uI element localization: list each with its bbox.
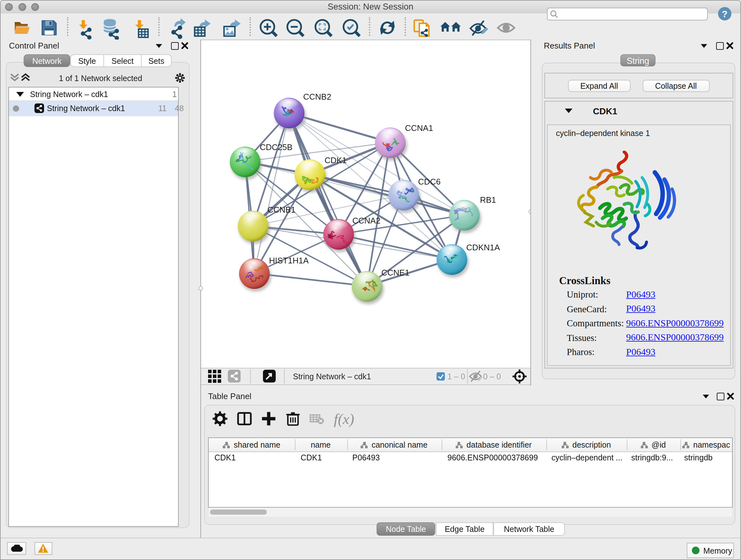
svg-text:CDK1: CDK1: [325, 155, 347, 165]
svg-text:HIST1H1A: HIST1H1A: [269, 256, 309, 265]
svg-text:CCNA1: CCNA1: [405, 123, 433, 133]
svg-text:f(x): f(x): [334, 411, 354, 427]
svg-text:CCNE1: CCNE1: [381, 268, 409, 277]
svg-text:CCNB1: CCNB1: [267, 205, 295, 214]
svg-text:CDC25B: CDC25B: [260, 142, 293, 152]
svg-text:CDC6: CDC6: [418, 177, 441, 186]
svg-text:CCNA2: CCNA2: [352, 216, 381, 226]
svg-text:CCNB2: CCNB2: [303, 92, 331, 102]
svg-text:CDKN1A: CDKN1A: [466, 243, 500, 252]
svg-text:RB1: RB1: [480, 195, 496, 205]
